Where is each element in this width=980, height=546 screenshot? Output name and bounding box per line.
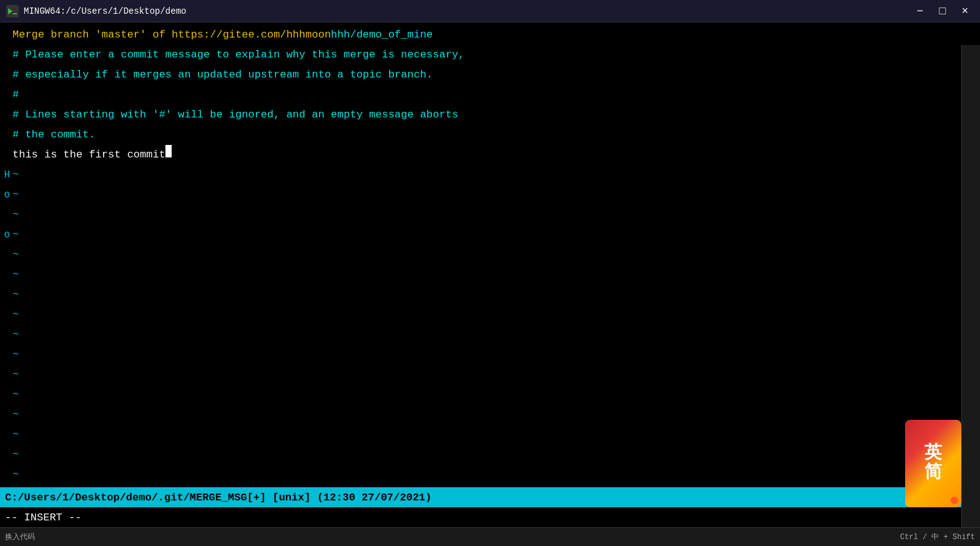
editor-line: # the commit. [0,125,961,145]
editor-line: # [0,85,961,105]
taskbar-right: Ctrl / 中 + Shift [900,532,975,542]
decorative-image: 英 简 [905,420,961,507]
taskbar-left: 换入代码 [5,532,35,542]
insert-mode-bar: -- INSERT -- [0,507,961,527]
editor-line: # Lines starting with '#' will be ignore… [0,105,961,125]
minimize-button[interactable]: − [911,2,929,20]
editor-line: ~ [0,325,961,345]
editor-line: o~ [0,185,961,205]
window-title: MINGW64:/c/Users/1/Desktop/demo [24,6,186,16]
close-button[interactable]: × [956,2,974,20]
editor-line: ~ [0,425,961,445]
editor-line: ~ [0,445,961,465]
editor-line: this is the first commit [0,145,961,165]
editor-line: ~ [0,265,961,285]
editor-line: # Please enter a commit message to expla… [0,45,961,65]
terminal-content[interactable]: Merge branch 'master' of https://gitee.c… [0,22,961,495]
editor-line: # especially if it merges an updated ups… [0,65,961,85]
deco-char-1: 英 [924,444,942,464]
editor-line: Merge branch 'master' of https://gitee.c… [0,25,961,45]
insert-mode-label: -- INSERT -- [5,512,81,524]
maximize-button[interactable]: □ [934,2,951,20]
editor-line: ~ [0,245,961,265]
editor-line: H~ [0,165,961,185]
window-controls: − □ × [911,2,974,20]
status-bar: C:/Users/1/Desktop/demo/.git/MERGE_MSG[+… [0,487,961,507]
taskbar: 换入代码 Ctrl / 中 + Shift [0,527,980,546]
editor-line: ~ [0,205,961,225]
editor-line: ~ [0,405,961,425]
status-bar-left: C:/Users/1/Desktop/demo/.git/MERGE_MSG[+… [5,492,432,504]
terminal-icon [6,5,19,17]
editor-line: ~ [0,465,961,485]
editor-line: ~ [0,385,961,405]
editor-line: ~ [0,285,961,305]
editor-line: ~ [0,305,961,325]
editor-line: ~ [0,345,961,365]
editor-line: o~ [0,225,961,245]
title-bar-left: MINGW64:/c/Users/1/Desktop/demo [6,5,186,17]
deco-char-2: 简 [924,464,942,483]
scrollbar[interactable] [961,45,980,541]
editor-line: ~ [0,365,961,385]
title-bar: MINGW64:/c/Users/1/Desktop/demo − □ × [0,0,980,22]
